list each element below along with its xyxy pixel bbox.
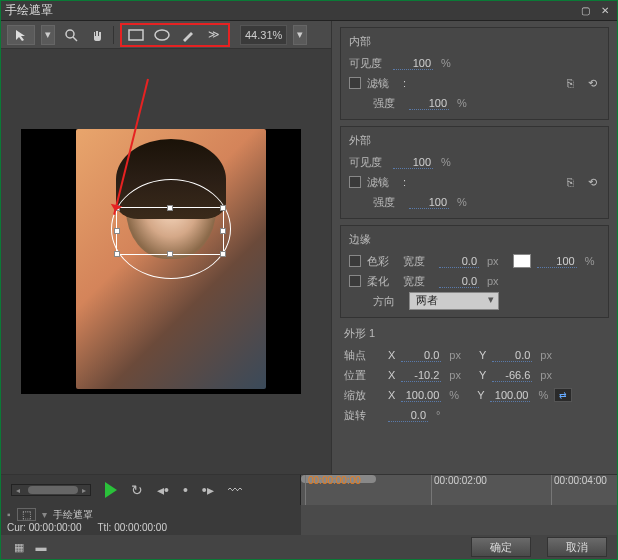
timecode-1: 00:00:02:00 bbox=[431, 475, 487, 505]
add-key-button[interactable]: • bbox=[183, 482, 188, 498]
hand-tool[interactable] bbox=[87, 25, 107, 45]
selection-rect[interactable] bbox=[116, 207, 224, 255]
timecode-0: 00:00:00:00 bbox=[305, 475, 361, 505]
preview-canvas[interactable] bbox=[21, 129, 301, 394]
edge-color-swatch[interactable] bbox=[513, 254, 531, 268]
external-strength-value[interactable]: 100 bbox=[409, 196, 449, 209]
timeline-controls: ◂▸ ↻ ◂• • •▸ 〰 bbox=[1, 475, 301, 505]
svg-line-1 bbox=[73, 37, 77, 41]
edge-soft-width-value[interactable]: 0.0 bbox=[439, 275, 479, 288]
cursor-time: Cur: 00:00:00:00 bbox=[7, 522, 82, 533]
handle-ne[interactable] bbox=[220, 205, 226, 211]
edge-color-checkbox[interactable] bbox=[349, 255, 361, 267]
reset-icon[interactable]: ⟲ bbox=[584, 175, 600, 189]
zoom-tool[interactable] bbox=[61, 25, 81, 45]
edge-soft-checkbox[interactable] bbox=[349, 275, 361, 287]
external-filter-checkbox[interactable] bbox=[349, 176, 361, 188]
pos-x-value[interactable]: -10.2 bbox=[401, 369, 441, 382]
shape1-title: 外形 1 bbox=[344, 326, 605, 341]
shape-tools-highlight: ≫ bbox=[120, 23, 230, 47]
zoom-field[interactable]: 44.31% bbox=[240, 25, 287, 45]
filter-label: 滤镜 bbox=[367, 76, 397, 91]
track-label: 手绘遮罩 bbox=[53, 508, 93, 522]
scale-x-value[interactable]: 100.00 bbox=[401, 389, 441, 402]
more-tools[interactable]: ≫ bbox=[204, 25, 224, 45]
internal-title: 内部 bbox=[349, 34, 600, 49]
total-time: Ttl: 00:00:00:00 bbox=[98, 522, 168, 533]
edge-color-opacity-value[interactable]: 100 bbox=[537, 255, 577, 268]
rot-value[interactable]: 0.0 bbox=[388, 409, 428, 422]
next-key-button[interactable]: •▸ bbox=[202, 482, 214, 498]
preview-area bbox=[1, 49, 331, 474]
svg-point-0 bbox=[66, 30, 74, 38]
track-scrollbar[interactable]: ◂▸ bbox=[11, 484, 91, 496]
svg-rect-2 bbox=[129, 30, 143, 40]
pivot-x-value[interactable]: 0.0 bbox=[401, 349, 441, 362]
timeline-track[interactable] bbox=[301, 505, 617, 535]
timecode-2: 00:00:04:00 bbox=[551, 475, 607, 505]
loop-button[interactable]: ↻ bbox=[131, 482, 143, 498]
internal-filter-checkbox[interactable] bbox=[349, 77, 361, 89]
graph-button[interactable]: 〰 bbox=[228, 482, 242, 498]
handle-s[interactable] bbox=[167, 251, 173, 257]
shape1-group: 外形 1 轴点 X 0.0 px Y 0.0 px 位置 X -10.2 px bbox=[340, 324, 609, 427]
view-mode-2-icon[interactable]: ▬ bbox=[33, 540, 49, 554]
view-mode-1-icon[interactable]: ▦ bbox=[11, 540, 27, 554]
edge-group: 边缘 色彩 宽度 0.0 px 100 % 柔化 宽度 0.0 px bbox=[340, 225, 609, 318]
preset-icon[interactable]: ⎘ bbox=[562, 76, 578, 90]
handle-n[interactable] bbox=[167, 205, 173, 211]
handle-se[interactable] bbox=[220, 251, 226, 257]
arrow-tool[interactable] bbox=[7, 25, 35, 45]
timeline-ruler[interactable]: 00:00:00:00 00:00:02:00 00:00:04:00 bbox=[301, 475, 617, 505]
preset-icon[interactable]: ⎘ bbox=[562, 175, 578, 189]
visibility-label: 可见度 bbox=[349, 56, 387, 71]
external-title: 外部 bbox=[349, 133, 600, 148]
svg-point-3 bbox=[155, 30, 169, 40]
scale-y-value[interactable]: 100.00 bbox=[490, 389, 530, 402]
play-button[interactable] bbox=[105, 482, 117, 498]
edge-title: 边缘 bbox=[349, 232, 600, 247]
external-visibility-value[interactable]: 100 bbox=[393, 156, 433, 169]
arrow-tool-dropdown[interactable]: ▾ bbox=[41, 25, 55, 45]
cancel-button[interactable]: 取消 bbox=[547, 537, 607, 557]
pen-tool[interactable] bbox=[178, 25, 198, 45]
rectangle-tool[interactable] bbox=[126, 25, 146, 45]
handle-e[interactable] bbox=[220, 228, 226, 234]
timeline-info: ▪⬚▾ 手绘遮罩 Cur: 00:00:00:00 Ttl: 00:00:00:… bbox=[1, 505, 301, 535]
edge-color-width-value[interactable]: 0.0 bbox=[439, 255, 479, 268]
pos-y-value[interactable]: -66.6 bbox=[492, 369, 532, 382]
zoom-dropdown[interactable]: ▾ bbox=[293, 25, 307, 45]
edge-direction-select[interactable]: 两者 bbox=[409, 292, 499, 310]
external-group: 外部 可见度 100 % 滤镜 : ⎘ ⟲ 强度 100 bbox=[340, 126, 609, 219]
handle-w[interactable] bbox=[114, 228, 120, 234]
ellipse-tool[interactable] bbox=[152, 25, 172, 45]
internal-group: 内部 可见度 100 % 滤镜 : ⎘ ⟲ 强度 100 bbox=[340, 27, 609, 120]
handle-sw[interactable] bbox=[114, 251, 120, 257]
toolbar: ▾ ≫ 44.31% ▾ bbox=[1, 21, 331, 49]
internal-visibility-value[interactable]: 100 bbox=[393, 57, 433, 70]
titlebar: 手绘遮罩 ▢ ✕ bbox=[1, 1, 617, 21]
maximize-icon[interactable]: ▢ bbox=[577, 4, 593, 18]
close-icon[interactable]: ✕ bbox=[597, 4, 613, 18]
prev-key-button[interactable]: ◂• bbox=[157, 482, 169, 498]
link-icon[interactable]: ⇄ bbox=[554, 388, 572, 402]
reset-icon[interactable]: ⟲ bbox=[584, 76, 600, 90]
ok-button[interactable]: 确定 bbox=[471, 537, 531, 557]
strength-label: 强度 bbox=[373, 96, 403, 111]
internal-strength-value[interactable]: 100 bbox=[409, 97, 449, 110]
window-title: 手绘遮罩 bbox=[5, 2, 53, 19]
pivot-y-value[interactable]: 0.0 bbox=[492, 349, 532, 362]
